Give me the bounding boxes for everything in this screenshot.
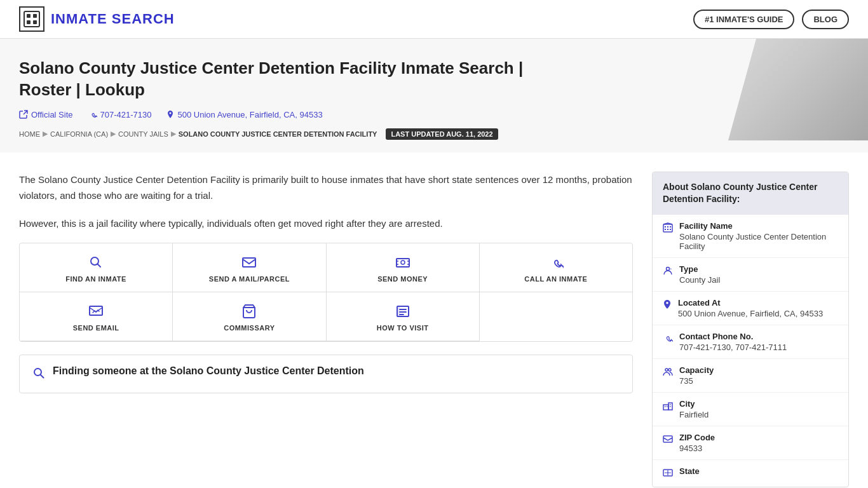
city-label: City bbox=[679, 399, 709, 409]
email-icon bbox=[88, 304, 104, 319]
phone-icon bbox=[88, 110, 97, 119]
hero-address: 500 Union Avenue, Fairfield, CA, 94533 bbox=[177, 110, 322, 119]
send-mail-label: SEND A MAIL/PARCEL bbox=[209, 275, 290, 283]
state-content: State bbox=[679, 466, 700, 477]
state-icon bbox=[663, 468, 673, 480]
about-box-header: About Solano County Justice Center Deten… bbox=[653, 172, 848, 215]
svg-rect-28 bbox=[670, 404, 671, 405]
phone-link[interactable]: 707-421-7130 bbox=[88, 110, 152, 119]
call-inmate-cell[interactable]: CALL AN INMATE bbox=[480, 243, 632, 292]
svg-rect-19 bbox=[667, 229, 668, 230]
breadcrumb-home[interactable]: HOME bbox=[19, 130, 40, 138]
svg-rect-0 bbox=[24, 11, 39, 27]
svg-point-21 bbox=[667, 267, 670, 270]
search-icon bbox=[88, 255, 104, 270]
location-label: Located At bbox=[678, 298, 823, 308]
about-facility-name: Facility Name Solano County Justice Cent… bbox=[653, 215, 848, 258]
breadcrumb-sep3: ▶ bbox=[171, 130, 176, 138]
official-site-link[interactable]: Official Site bbox=[19, 110, 73, 119]
breadcrumb-sep2: ▶ bbox=[111, 130, 116, 138]
svg-rect-12 bbox=[397, 306, 400, 316]
svg-rect-7 bbox=[397, 259, 409, 267]
finding-section: Finding someone at the Solano County Jus… bbox=[19, 355, 633, 393]
breadcrumb-county[interactable]: COUNTY JAILS bbox=[118, 130, 168, 138]
commissary-label: COMMISSARY bbox=[224, 324, 275, 332]
svg-point-8 bbox=[401, 261, 405, 264]
call-icon bbox=[548, 255, 564, 270]
location-pin-icon bbox=[663, 299, 672, 312]
city-content: City Fairfield bbox=[679, 399, 709, 419]
send-mail-cell[interactable]: SEND A MAIL/PARCEL bbox=[173, 243, 326, 292]
capacity-value: 735 bbox=[679, 376, 714, 386]
send-money-cell[interactable]: SEND MONEY bbox=[327, 243, 480, 292]
find-inmate-label: FIND AN INMATE bbox=[65, 275, 126, 283]
about-phone-icon bbox=[663, 333, 673, 346]
type-value: County Jail bbox=[679, 275, 720, 285]
capacity-label: Capacity bbox=[679, 365, 714, 375]
breadcrumb-sep1: ▶ bbox=[43, 130, 48, 138]
right-column: About Solano County Justice Center Deten… bbox=[652, 172, 849, 487]
svg-rect-16 bbox=[667, 226, 668, 227]
address-item: 500 Union Avenue, Fairfield, CA, 94533 bbox=[166, 110, 322, 119]
main-content: The Solano County Justice Center Detenti… bbox=[0, 152, 868, 488]
type-content: Type County Jail bbox=[679, 264, 720, 285]
breadcrumb-facility: SOLANO COUNTY JUSTICE CENTER DETENTION F… bbox=[179, 130, 377, 138]
svg-rect-1 bbox=[27, 14, 31, 18]
action-row-1: FIND AN INMATE SEND A MAIL/PARCEL bbox=[20, 243, 632, 292]
phone-content: Contact Phone No. 707-421-7130, 707-421-… bbox=[679, 332, 787, 352]
svg-rect-6 bbox=[243, 258, 255, 267]
breadcrumb-state[interactable]: CALIFORNIA (CA) bbox=[50, 130, 108, 138]
city-icon bbox=[663, 400, 673, 413]
type-icon bbox=[663, 266, 673, 278]
link-icon bbox=[19, 110, 28, 119]
how-to-visit-cell[interactable]: HOW TO VISIT bbox=[327, 292, 480, 341]
left-column: The Solano County Justice Center Detenti… bbox=[19, 172, 633, 487]
pin-icon bbox=[166, 110, 174, 119]
commissary-cell[interactable]: COMMISSARY bbox=[173, 292, 326, 341]
location-content: Located At 500 Union Avenue, Fairfield, … bbox=[678, 298, 823, 318]
phone-label: Contact Phone No. bbox=[679, 332, 787, 341]
hero-meta: Official Site 707-421-7130 500 Union Ave… bbox=[19, 110, 849, 119]
about-zip: ZIP Code 94533 bbox=[653, 426, 848, 460]
capacity-content: Capacity 735 bbox=[679, 365, 714, 386]
about-capacity: Capacity 735 bbox=[653, 359, 848, 393]
about-location: Located At 500 Union Avenue, Fairfield, … bbox=[653, 292, 848, 325]
svg-rect-9 bbox=[90, 306, 102, 315]
find-inmate-cell[interactable]: FIND AN INMATE bbox=[20, 243, 173, 292]
logo-icon bbox=[19, 6, 44, 32]
about-state: State bbox=[653, 460, 848, 487]
nav-guide-button[interactable]: #1 INMATE'S GUIDE bbox=[693, 10, 794, 29]
money-icon bbox=[395, 255, 410, 270]
capacity-icon bbox=[663, 367, 673, 379]
nav-blog-button[interactable]: BLOG bbox=[802, 10, 849, 29]
state-label: State bbox=[679, 466, 700, 476]
svg-point-23 bbox=[668, 369, 671, 371]
location-value: 500 Union Avenue, Fairfield, CA, 94533 bbox=[678, 309, 823, 318]
facility-name-value: Solano County Justice Center Detention F… bbox=[679, 232, 838, 251]
zip-value: 94533 bbox=[679, 444, 715, 453]
last-updated-badge: LAST UPDATED AUG. 11, 2022 bbox=[386, 128, 498, 140]
send-money-label: SEND MONEY bbox=[377, 275, 428, 283]
svg-rect-27 bbox=[667, 406, 668, 407]
logo-area[interactable]: INMATE SEARCH bbox=[19, 6, 175, 32]
logo-text: INMATE SEARCH bbox=[51, 11, 175, 27]
how-to-visit-label: HOW TO VISIT bbox=[377, 324, 429, 332]
send-email-label: SEND EMAIL bbox=[73, 324, 119, 332]
breadcrumb: HOME ▶ CALIFORNIA (CA) ▶ COUNTY JAILS ▶ … bbox=[19, 128, 849, 140]
header-nav: #1 INMATE'S GUIDE BLOG bbox=[693, 10, 849, 29]
list-icon bbox=[395, 304, 410, 319]
action-grid: FIND AN INMATE SEND A MAIL/PARCEL bbox=[19, 243, 633, 342]
official-site-label: Official Site bbox=[31, 110, 73, 119]
send-email-cell[interactable]: SEND EMAIL bbox=[20, 292, 173, 341]
cart-icon bbox=[241, 304, 257, 319]
svg-rect-3 bbox=[27, 20, 31, 24]
about-type: Type County Jail bbox=[653, 258, 848, 292]
svg-rect-4 bbox=[33, 20, 37, 24]
description-para2: However, this is a jail facility where t… bbox=[19, 215, 633, 232]
svg-rect-14 bbox=[663, 224, 672, 232]
mail-icon bbox=[241, 255, 257, 270]
finding-heading: Finding someone at the Solano County Jus… bbox=[53, 365, 364, 377]
zip-content: ZIP Code 94533 bbox=[679, 433, 715, 453]
description-para1: The Solano County Justice Center Detenti… bbox=[19, 172, 633, 204]
svg-rect-29 bbox=[670, 406, 671, 407]
